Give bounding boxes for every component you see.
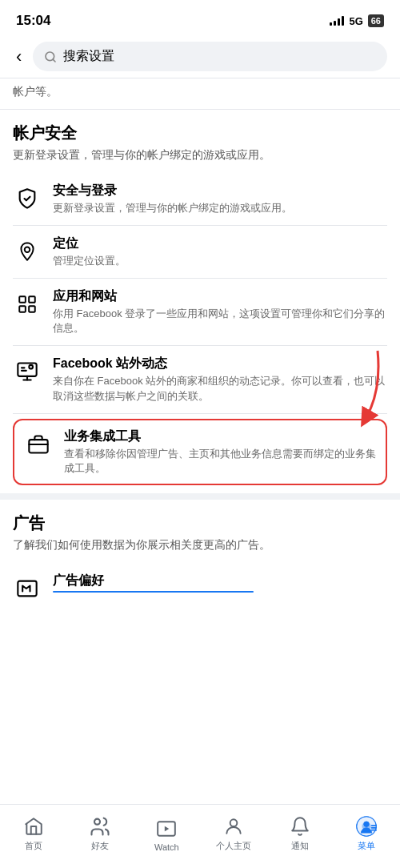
profile-icon (222, 815, 245, 838)
account-security-section: 帐户安全 更新登录设置，管理与你的帐户绑定的游戏或应用。 (0, 110, 400, 173)
svg-rect-4 (29, 296, 35, 303)
svg-marker-20 (165, 826, 169, 832)
section-desc-account-security: 更新登录设置，管理与你的帐户绑定的游戏或应用。 (13, 147, 387, 163)
apps-icon (13, 290, 42, 319)
svg-point-21 (230, 819, 237, 826)
nav-label-menu: 菜单 (358, 840, 375, 852)
status-bar: 15:04 5G 66 (0, 0, 400, 35)
home-icon (22, 815, 45, 838)
offsite-title: Facebook 站外动态 (53, 356, 387, 372)
account-security-items: 安全与登录 更新登录设置，管理与你的帐户绑定的游戏或应用。 定位 管理定位设置。 (0, 173, 400, 486)
settings-item-offsite[interactable]: Facebook 站外动态 来自你在 Facebook 站外的商家和组织的动态记… (13, 346, 387, 412)
search-placeholder: 搜索设置 (63, 48, 114, 65)
back-button[interactable]: ‹ (13, 43, 25, 70)
offsite-icon (13, 357, 42, 386)
settings-item-business-tools[interactable]: 业务集成工具 查看和移除你因管理广告、主页和其他业务信息需要而绑定的业务集成工具… (13, 419, 387, 485)
nav-item-friends[interactable]: 好友 (66, 815, 133, 852)
section-desc-ads: 了解我们如何使用数据为你展示相关度更高的广告。 (13, 537, 387, 553)
location-title: 定位 (53, 235, 387, 252)
nav-item-profile[interactable]: 个人主页 (200, 815, 266, 852)
offsite-desc: 来自你在 Facebook 站外的商家和组织的动态记录。你可以查看，也可以取消这… (53, 374, 387, 403)
svg-rect-14 (29, 440, 47, 452)
watch-icon (155, 818, 178, 840)
security-login-title: 安全与登录 (53, 183, 387, 199)
security-login-desc: 更新登录设置，管理与你的帐户绑定的游戏或应用。 (53, 201, 387, 215)
signal-icon (330, 16, 344, 26)
location-desc: 管理定位设置。 (53, 254, 387, 268)
location-icon (13, 237, 42, 266)
nav-item-notifications[interactable]: 通知 (266, 815, 333, 852)
offsite-content: Facebook 站外动态 来自你在 Facebook 站外的商家和组织的动态记… (53, 356, 387, 403)
security-login-content: 安全与登录 更新登录设置，管理与你的帐户绑定的游戏或应用。 (53, 183, 387, 215)
svg-point-26 (364, 822, 370, 827)
apps-websites-title: 应用和网站 (53, 288, 387, 305)
status-time: 15:04 (16, 13, 50, 29)
apps-websites-desc: 你用 Facebook 登录了一些应用和网站，这项设置可管理你和它们分享的信息。 (53, 307, 387, 336)
location-content: 定位 管理定位设置。 (53, 235, 387, 268)
nav-item-menu[interactable]: 菜单 (334, 815, 400, 852)
apps-websites-content: 应用和网站 你用 Facebook 登录了一些应用和网站，这项设置可管理你和它们… (53, 288, 387, 336)
business-tools-desc: 查看和移除你因管理广告、主页和其他业务信息需要而绑定的业务集成工具。 (64, 447, 376, 476)
search-icon (44, 50, 57, 63)
nav-item-home[interactable]: 首页 (0, 815, 66, 852)
settings-item-apps-websites[interactable]: 应用和网站 你用 Facebook 登录了一些应用和网站，这项设置可管理你和它们… (13, 279, 387, 345)
status-icons: 5G 66 (330, 14, 384, 27)
ad-preferences-title: 广告偏好 (53, 573, 387, 589)
nav-label-watch: Watch (154, 842, 179, 852)
svg-rect-6 (29, 306, 35, 312)
nav-label-notifications: 通知 (291, 840, 309, 852)
section-break (0, 493, 400, 500)
settings-item-location[interactable]: 定位 管理定位设置。 (13, 226, 387, 278)
search-bar[interactable]: 搜索设置 (33, 42, 387, 71)
settings-item-security-login[interactable]: 安全与登录 更新登录设置，管理与你的帐户绑定的游戏或应用。 (13, 173, 387, 225)
svg-point-10 (29, 365, 33, 369)
battery-indicator: 66 (368, 14, 384, 27)
network-label: 5G (349, 15, 362, 27)
nav-label-friends: 好友 (91, 840, 109, 852)
svg-point-18 (94, 819, 100, 825)
search-container: ‹ 搜索设置 (0, 35, 400, 78)
briefcase-icon (24, 430, 53, 459)
svg-rect-5 (19, 306, 26, 312)
business-tools-content: 业务集成工具 查看和移除你因管理广告、主页和其他业务信息需要而绑定的业务集成工具… (64, 428, 376, 476)
ad-icon (13, 574, 42, 603)
business-tools-title: 业务集成工具 (64, 428, 376, 445)
settings-item-ad-preferences[interactable]: 广告偏好 (13, 563, 387, 613)
nav-label-home: 首页 (25, 840, 42, 852)
section-title-account-security: 帐户安全 (13, 123, 387, 144)
ad-preferences-content: 广告偏好 (53, 573, 387, 593)
shield-icon (13, 184, 42, 213)
ads-section: 广告 了解我们如何使用数据为你展示相关度更高的广告。 (0, 500, 400, 563)
section-title-ads: 广告 (13, 512, 387, 534)
svg-point-2 (25, 247, 30, 252)
nav-item-watch[interactable]: Watch (134, 818, 200, 852)
bottom-nav: 首页 好友 Watch 个人主页 (0, 804, 400, 868)
friends-icon (89, 815, 111, 838)
menu-icon (355, 815, 378, 838)
ads-items: 广告偏好 (0, 563, 400, 613)
divider-4 (13, 413, 387, 414)
svg-rect-3 (19, 296, 26, 303)
svg-line-1 (53, 59, 55, 62)
bell-icon (289, 815, 311, 838)
svg-rect-7 (18, 364, 36, 376)
nav-label-profile: 个人主页 (216, 840, 251, 852)
truncated-text: 帐户等。 (0, 78, 400, 109)
